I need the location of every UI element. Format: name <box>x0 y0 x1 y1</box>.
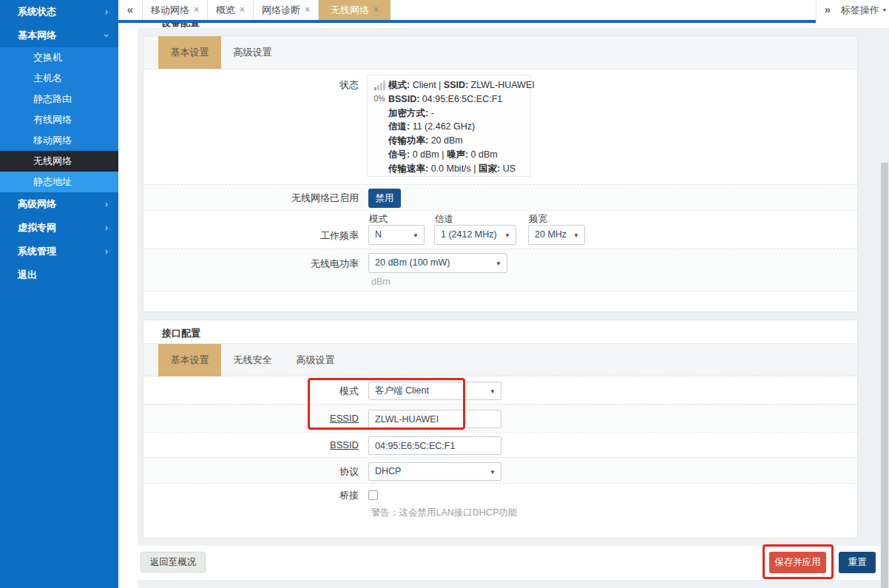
status-line: 传输速率: 0.0 Mbit/s | 国家: US <box>388 162 535 176</box>
tab-interface-advanced[interactable]: 高级设置 <box>284 344 347 376</box>
tab-interface-basic[interactable]: 基本设置 <box>158 344 221 376</box>
close-icon[interactable]: × <box>373 0 379 20</box>
sidebar-item-label: 静态路由 <box>33 93 72 104</box>
sidebar-item-label: 基本网络 <box>18 30 56 41</box>
device-config-tabrow: 基本设置 高级设置 <box>143 36 857 70</box>
status-line: 信号: 0 dBm | 噪声: 0 dBm <box>388 148 535 162</box>
mode-row: 模式 客户端 Client ▼ <box>143 378 857 404</box>
radio-power-select[interactable]: 20 dBm (100 mW) ▼ <box>368 253 507 273</box>
sidebar-item-静态路由[interactable]: 静态路由 <box>0 89 118 109</box>
chevron-right-icon: › <box>105 240 108 263</box>
freq-mode-value: N <box>375 229 382 240</box>
chevron-right-icon: › <box>105 216 108 240</box>
tab-bar-underline <box>118 20 816 23</box>
disable-button[interactable]: 禁用 <box>368 189 401 208</box>
tab-operations-menu[interactable]: 标签操作 ▼ <box>839 0 889 20</box>
essid-row: ESSID <box>143 404 857 432</box>
radio-power-unit-hint: dBm <box>371 277 391 287</box>
status-line: 信道: 11 (2.462 GHz) <box>388 120 535 134</box>
top-tab-无线网络[interactable]: 无线网络× <box>319 0 391 20</box>
top-tab-概览[interactable]: 概览× <box>208 0 254 20</box>
sidebar-item-label: 系统管理 <box>18 246 56 257</box>
sidebar-item-移动网络[interactable]: 移动网络 <box>0 130 118 151</box>
chevron-down-icon: ▼ <box>490 463 496 481</box>
essid-input[interactable] <box>368 410 501 428</box>
sidebar-item-label: 有线网络 <box>33 114 72 125</box>
scrollbar-track[interactable] <box>880 28 889 588</box>
sidebar-item-有线网络[interactable]: 有线网络 <box>0 109 118 130</box>
expand-tabs-icon[interactable]: » <box>816 0 839 20</box>
mode-select[interactable]: 客户端 Client ▼ <box>368 382 501 400</box>
freq-channel-select[interactable]: 1 (2412 MHz) ▼ <box>434 225 516 245</box>
chevron-right-icon: › <box>105 0 108 24</box>
save-and-apply-button[interactable]: 保存并应用 <box>769 552 826 573</box>
chevron-down-icon: ▼ <box>490 382 496 400</box>
protocol-label: 协议 <box>143 465 363 479</box>
status-line: 模式: Client | SSID: ZLWL-HUAWEI <box>388 78 535 92</box>
scrollbar-thumb[interactable] <box>881 163 888 588</box>
close-icon[interactable]: × <box>240 0 245 20</box>
mode-label: 模式 <box>143 385 363 398</box>
sidebar-item-静态地址[interactable]: 静态地址 <box>0 172 118 192</box>
chevron-down-icon: › <box>95 34 118 37</box>
tab-device-basic[interactable]: 基本设置 <box>158 36 221 69</box>
sidebar-item-无线网络[interactable]: 无线网络 <box>0 151 118 172</box>
sidebar-item-label: 无线网络 <box>33 155 72 166</box>
sidebar-item-退出[interactable]: 退出 <box>0 263 118 287</box>
card1-footer-pad <box>143 291 857 311</box>
interface-config-panel: 接口配置 基本设置 无线安全 高级设置 模式 客户端 Client ▼ ESSI… <box>143 320 858 538</box>
tab-operations-label: 标签操作 <box>841 4 879 16</box>
freq-width-select[interactable]: 20 MHz ▼ <box>528 225 585 245</box>
sidebar-item-交换机[interactable]: 交换机 <box>0 47 118 68</box>
sidebar-item-label: 主机名 <box>33 72 62 84</box>
content-background: 设备配置 基本设置 高级设置 状态 <box>138 28 880 588</box>
status-row: 状态 0% 模式: Client | SSID: ZLWL-HUAWEIBSSI… <box>143 70 857 184</box>
sidebar-item-label: 交换机 <box>33 52 62 63</box>
sidebar-item-高级网络[interactable]: 高级网络› <box>0 192 118 216</box>
tab-label: 概览 <box>216 0 235 20</box>
sidebar-item-label: 虚拟专网 <box>18 222 56 233</box>
radio-power-value: 20 dBm (100 mW) <box>375 257 450 268</box>
freq-width-value: 20 MHz <box>535 229 567 240</box>
top-tab-网络诊断[interactable]: 网络诊断× <box>254 0 319 20</box>
sidebar-item-系统状态[interactable]: 系统状态› <box>0 0 118 24</box>
wireless-enabled-row: 无线网络已启用 禁用 <box>143 184 857 210</box>
chevron-down-icon: ▼ <box>504 226 510 245</box>
sidebar-item-主机名[interactable]: 主机名 <box>0 68 118 89</box>
signal-bars-icon <box>374 81 385 90</box>
interface-config-tabrow: 基本设置 无线安全 高级设置 <box>143 343 857 376</box>
bridge-warning: 警告：这会禁用LAN接口DHCP功能 <box>371 507 517 519</box>
reset-button[interactable]: 重置 <box>839 552 876 573</box>
sidebar-item-系统管理[interactable]: 系统管理› <box>0 240 118 263</box>
freq-channel-label: 信道 <box>435 213 453 226</box>
freq-channel-value: 1 (2412 MHz) <box>441 229 497 240</box>
sidebar-item-虚拟专网[interactable]: 虚拟专网› <box>0 216 118 240</box>
device-config-title: 设备配置 <box>161 23 200 30</box>
chevron-right-icon: › <box>105 192 108 216</box>
top-tab-bar: « 移动网络×概览×网络诊断×无线网络× » 标签操作 ▼ <box>118 0 889 23</box>
tab-device-advanced[interactable]: 高级设置 <box>221 36 284 69</box>
chevron-down-icon: ▼ <box>573 226 579 245</box>
bssid-input[interactable] <box>368 436 501 455</box>
sidebar-item-label: 移动网络 <box>33 135 72 146</box>
close-icon[interactable]: × <box>194 0 199 20</box>
sidebar-nav: 系统状态›基本网络›交换机主机名静态路由有线网络移动网络无线网络静态地址高级网络… <box>0 0 118 588</box>
sidebar-item-基本网络[interactable]: 基本网络› <box>0 24 118 47</box>
status-line: 传输功率: 20 dBm <box>388 134 535 148</box>
radio-power-row: 无线电功率 20 dBm (100 mW) ▼ dBm <box>143 249 857 291</box>
tab-label: 移动网络 <box>151 0 189 20</box>
device-config-panel: 基本设置 高级设置 状态 0% 模式: Cli <box>143 36 858 312</box>
top-tab-移动网络[interactable]: 移动网络× <box>142 0 208 20</box>
action-bar: 返回至概况 保存并应用 重置 <box>138 546 880 580</box>
back-to-overview-button[interactable]: 返回至概况 <box>141 552 206 572</box>
freq-mode-select[interactable]: N ▼ <box>368 225 425 245</box>
protocol-select[interactable]: DHCP ▼ <box>368 462 501 481</box>
tab-interface-security[interactable]: 无线安全 <box>221 344 284 376</box>
close-icon[interactable]: × <box>305 0 310 20</box>
wireless-enabled-label: 无线网络已启用 <box>143 192 363 205</box>
bridge-checkbox[interactable] <box>368 490 378 500</box>
collapse-tabs-icon[interactable]: « <box>118 0 142 20</box>
operating-frequency-row: 工作频率 模式 N ▼ 信道 1 (2412 MHz) ▼ 频宽 20 MHz … <box>143 210 857 249</box>
freq-mode-label: 模式 <box>369 213 388 226</box>
signal-indicator: 0% <box>372 80 387 103</box>
